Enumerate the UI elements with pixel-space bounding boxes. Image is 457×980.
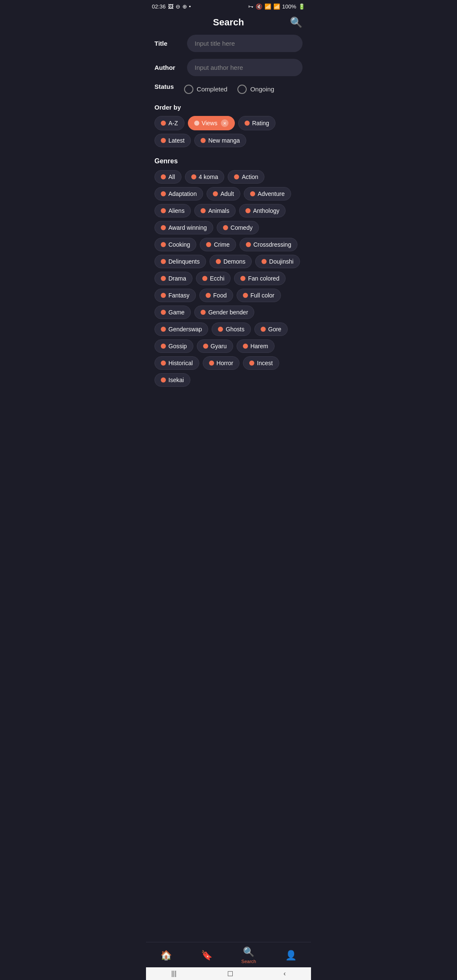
genre-chip-label: Delinquents — [168, 258, 200, 265]
chip-dot — [161, 225, 166, 230]
genre-chip[interactable]: Horror — [203, 356, 240, 370]
order-chip-az[interactable]: A-Z — [154, 116, 184, 130]
genre-chip[interactable]: Animals — [194, 204, 236, 217]
genre-chip[interactable]: All — [154, 170, 182, 184]
time: 02:36 — [152, 3, 166, 10]
mute-icon: 🔇 — [256, 3, 262, 10]
genre-chip[interactable]: Fan colored — [234, 272, 286, 285]
genre-chip-label: Gyaru — [211, 343, 227, 350]
battery-text: 100% — [282, 3, 296, 10]
genre-chip[interactable]: Adult — [206, 187, 240, 201]
genre-chip-label: Doujinshi — [269, 258, 294, 265]
chip-label-new-manga: New manga — [208, 137, 240, 144]
genre-chip[interactable]: Ecchi — [196, 272, 231, 285]
genre-chip[interactable]: Fantasy — [154, 289, 196, 302]
chip-dot — [245, 208, 251, 213]
chip-dot — [161, 276, 166, 281]
genre-chip[interactable]: Delinquents — [154, 255, 206, 268]
genre-chip[interactable]: Isekai — [154, 373, 190, 387]
chip-dot — [213, 191, 218, 196]
order-chip-latest[interactable]: Latest — [154, 134, 191, 147]
chip-label-rating: Rating — [252, 120, 269, 127]
title-input[interactable] — [187, 35, 303, 52]
genre-chip[interactable]: Full color — [237, 289, 281, 302]
genre-chip-label: Drama — [168, 275, 186, 282]
genre-chip[interactable]: Incest — [243, 356, 279, 370]
genre-chip[interactable]: Food — [199, 289, 233, 302]
order-chip-new-manga[interactable]: New manga — [194, 134, 246, 147]
status-left: 02:36 🖼 ⊖ ⊕ • — [152, 3, 191, 10]
genre-chip[interactable]: Adaptation — [154, 187, 203, 201]
chip-dot — [161, 327, 166, 332]
chip-dot — [203, 344, 208, 349]
genre-chip[interactable]: Harem — [237, 339, 275, 353]
chip-dot — [246, 242, 251, 247]
order-chip-rating[interactable]: Rating — [238, 116, 275, 130]
chip-dot — [201, 208, 206, 213]
chip-dot — [201, 138, 206, 143]
genre-chip[interactable]: Crime — [200, 238, 236, 251]
chip-close-icon[interactable]: ✕ — [221, 119, 228, 127]
genre-chip-label: Food — [213, 292, 227, 299]
chip-dot — [161, 310, 166, 315]
status-completed-option[interactable]: Completed — [184, 85, 228, 94]
status-label: Status — [154, 83, 174, 90]
genre-chip[interactable]: Drama — [154, 272, 193, 285]
genre-chip[interactable]: Adventure — [244, 187, 291, 201]
genre-chip-label: Anthology — [253, 207, 279, 214]
genre-chip[interactable]: Genderswap — [154, 322, 208, 336]
genre-chip[interactable]: Game — [154, 306, 191, 319]
genre-chip[interactable]: Action — [228, 170, 264, 184]
status-ongoing-option[interactable]: Ongoing — [237, 85, 274, 94]
genre-chip-label: Game — [168, 309, 184, 316]
chip-dot — [202, 276, 207, 281]
genre-chip-label: Crime — [214, 241, 229, 248]
genre-chip[interactable]: Gender bender — [194, 306, 254, 319]
chip-dot — [249, 361, 254, 366]
genre-chip[interactable]: Demons — [209, 255, 252, 268]
chip-dot — [194, 121, 199, 126]
genre-chip[interactable]: Award winning — [154, 221, 213, 234]
completed-label: Completed — [197, 85, 228, 93]
genre-chip-label: All — [168, 173, 175, 180]
page-title: Search — [213, 17, 244, 28]
header-search-icon[interactable]: 🔍 — [290, 17, 303, 28]
order-chips: A-Z Views ✕ Rating Latest New manga — [154, 116, 303, 147]
genre-chip[interactable]: 4 koma — [185, 170, 225, 184]
genre-chip[interactable]: Gore — [254, 322, 288, 336]
genre-chip[interactable]: Crossdressing — [240, 238, 297, 251]
genre-chips: All 4 koma Action Adaptation Adult Adven… — [154, 170, 303, 387]
order-chip-views[interactable]: Views ✕ — [188, 116, 235, 130]
genre-chip[interactable]: Ghosts — [212, 322, 251, 336]
author-label: Author — [154, 64, 182, 71]
chip-dot — [161, 293, 166, 298]
vpn-icon: ⊕ — [182, 3, 187, 10]
genre-chip-label: Fan colored — [248, 275, 279, 282]
genre-chip[interactable]: Comedy — [217, 221, 259, 234]
genre-chip-label: Adult — [220, 190, 234, 197]
chip-dot — [161, 361, 166, 366]
chip-dot — [223, 225, 228, 230]
genre-chip[interactable]: Cooking — [154, 238, 196, 251]
chip-dot — [243, 344, 248, 349]
author-input[interactable] — [187, 59, 303, 76]
chip-dot — [206, 293, 211, 298]
genre-chip-label: Cooking — [168, 241, 190, 248]
genre-chip-label: 4 koma — [199, 173, 218, 180]
chip-dot — [161, 138, 166, 143]
ongoing-radio[interactable] — [237, 85, 247, 94]
genre-chip[interactable]: Historical — [154, 356, 199, 370]
genre-chip[interactable]: Doujinshi — [255, 255, 300, 268]
completed-radio[interactable] — [184, 85, 193, 94]
genre-chip[interactable]: Aliens — [154, 204, 191, 217]
chip-dot — [218, 327, 223, 332]
genre-chip[interactable]: Gossip — [154, 339, 193, 353]
chip-dot — [250, 191, 255, 196]
chip-dot — [191, 174, 196, 179]
genre-chip-label: Genderswap — [168, 326, 202, 333]
genre-chip[interactable]: Anthology — [239, 204, 286, 217]
genre-chip[interactable]: Gyaru — [197, 339, 233, 353]
status-right: 🗝 🔇 📶 📶 100% 🔋 — [248, 3, 305, 10]
genre-chip-label: Demons — [223, 258, 245, 265]
dnd-icon: ⊖ — [176, 3, 180, 10]
